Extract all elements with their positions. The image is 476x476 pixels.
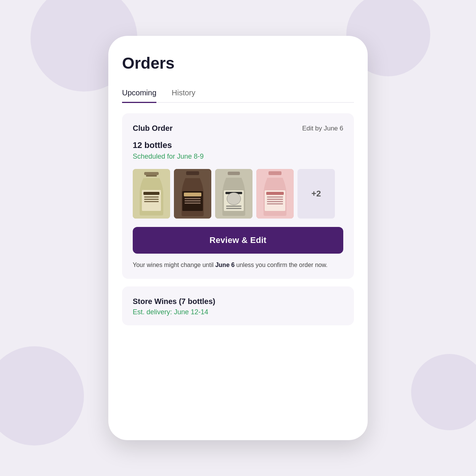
svg-rect-13 <box>185 200 201 201</box>
svg-rect-4 <box>143 192 159 195</box>
est-delivery: Est. delivery: June 12-14 <box>133 308 343 316</box>
page-title: Orders <box>122 54 354 72</box>
svg-rect-5 <box>144 196 159 198</box>
wine-thumb-2 <box>174 169 211 219</box>
svg-rect-1 <box>144 172 159 175</box>
disclaimer-suffix: unless you confirm the order now. <box>235 262 328 268</box>
wine-thumb-more: +2 <box>298 169 335 219</box>
svg-rect-9 <box>186 171 199 175</box>
svg-rect-2 <box>146 175 157 177</box>
edit-by-label: Edit by June 6 <box>302 125 343 132</box>
tab-upcoming[interactable]: Upcoming <box>122 84 156 103</box>
svg-rect-12 <box>185 198 201 199</box>
svg-rect-11 <box>184 193 201 196</box>
svg-rect-21 <box>226 208 241 209</box>
scheduled-text: Scheduled for June 8-9 <box>133 153 343 161</box>
card-header: Club Order Edit by June 6 <box>133 124 343 133</box>
wine-images-row: +2 <box>133 169 343 219</box>
svg-rect-25 <box>266 192 284 195</box>
svg-rect-23 <box>269 171 281 175</box>
store-card-title: Store Wines (7 bottles) <box>133 297 343 306</box>
svg-rect-28 <box>267 201 283 202</box>
svg-rect-29 <box>267 203 283 204</box>
svg-point-19 <box>227 193 241 205</box>
bg-circle-4 <box>411 354 476 430</box>
wine-thumb-1 <box>133 169 170 219</box>
wine-thumb-4 <box>256 169 294 219</box>
disclaimer-date: June 6 <box>215 262 235 268</box>
wine-thumb-3 <box>215 169 252 219</box>
svg-rect-20 <box>226 206 241 207</box>
tabs-container: Upcoming History <box>122 83 354 103</box>
store-order-card: Store Wines (7 bottles) Est. delivery: J… <box>122 286 354 325</box>
svg-rect-6 <box>144 199 159 200</box>
svg-rect-7 <box>144 201 159 202</box>
card-title: Club Order <box>133 124 172 133</box>
svg-rect-16 <box>228 172 240 175</box>
bg-circle-3 <box>0 346 84 445</box>
club-order-card: Club Order Edit by June 6 12 bottles Sch… <box>122 113 354 279</box>
phone-shell: Orders Upcoming History Club Order Edit … <box>108 36 368 440</box>
disclaimer-text: Your wines might change until June 6 unl… <box>133 261 343 270</box>
phone-content: Orders Upcoming History Club Order Edit … <box>108 36 368 440</box>
svg-rect-26 <box>267 196 283 198</box>
bottles-count: 12 bottles <box>133 140 343 150</box>
review-edit-button[interactable]: Review & Edit <box>133 227 343 254</box>
svg-rect-14 <box>185 203 201 204</box>
svg-rect-27 <box>267 199 283 200</box>
tab-history[interactable]: History <box>172 84 195 103</box>
disclaimer-prefix: Your wines might change until <box>133 262 215 268</box>
